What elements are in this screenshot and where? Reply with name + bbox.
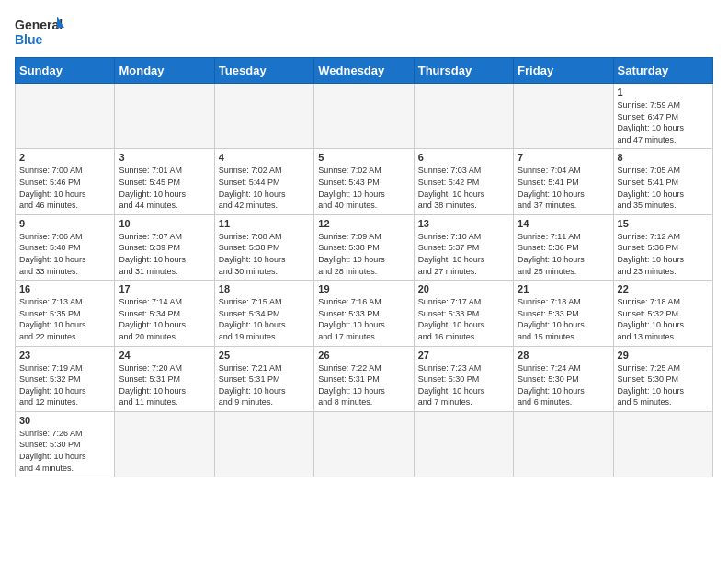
day-info: Sunrise: 7:04 AM Sunset: 5:41 PM Dayligh… — [518, 165, 609, 211]
day-info: Sunrise: 7:25 AM Sunset: 5:30 PM Dayligh… — [618, 362, 709, 408]
day-info: Sunrise: 7:21 AM Sunset: 5:31 PM Dayligh… — [219, 362, 310, 408]
weekday-header-sunday: Sunday — [16, 58, 115, 84]
day-number: 9 — [19, 218, 110, 229]
day-info: Sunrise: 7:23 AM Sunset: 5:30 PM Dayligh… — [418, 362, 509, 408]
calendar-cell: 1Sunrise: 7:59 AM Sunset: 6:47 PM Daylig… — [613, 84, 712, 149]
calendar-week-row: 30Sunrise: 7:26 AM Sunset: 5:30 PM Dayli… — [16, 411, 713, 477]
day-number: 5 — [318, 152, 409, 163]
day-info: Sunrise: 7:08 AM Sunset: 5:38 PM Dayligh… — [219, 231, 310, 277]
day-number: 26 — [318, 350, 409, 361]
day-info: Sunrise: 7:20 AM Sunset: 5:31 PM Dayligh… — [119, 362, 210, 408]
day-info: Sunrise: 7:12 AM Sunset: 5:36 PM Dayligh… — [618, 231, 709, 277]
day-number: 29 — [618, 350, 709, 361]
calendar-cell — [613, 411, 712, 477]
day-info: Sunrise: 7:15 AM Sunset: 5:34 PM Dayligh… — [219, 296, 310, 342]
calendar-cell: 12Sunrise: 7:09 AM Sunset: 5:38 PM Dayli… — [314, 214, 414, 280]
generalblue-logo-icon: GeneralBlue — [15, 15, 65, 48]
svg-text:General: General — [15, 17, 63, 32]
calendar-cell — [514, 411, 613, 477]
day-number: 20 — [418, 283, 509, 294]
day-number: 10 — [119, 218, 210, 229]
calendar-cell: 13Sunrise: 7:10 AM Sunset: 5:37 PM Dayli… — [414, 214, 513, 280]
day-number: 22 — [618, 283, 709, 294]
calendar-cell: 15Sunrise: 7:12 AM Sunset: 5:36 PM Dayli… — [613, 214, 712, 280]
day-info: Sunrise: 7:07 AM Sunset: 5:39 PM Dayligh… — [119, 231, 210, 277]
day-number: 11 — [219, 218, 310, 229]
day-info: Sunrise: 7:02 AM Sunset: 5:43 PM Dayligh… — [318, 165, 409, 211]
calendar-cell: 3Sunrise: 7:01 AM Sunset: 5:45 PM Daylig… — [115, 149, 214, 214]
day-info: Sunrise: 7:02 AM Sunset: 5:44 PM Dayligh… — [219, 165, 310, 211]
day-info: Sunrise: 7:10 AM Sunset: 5:37 PM Dayligh… — [418, 231, 509, 277]
day-number: 23 — [19, 350, 110, 361]
day-number: 6 — [418, 152, 509, 163]
day-number: 14 — [518, 218, 609, 229]
weekday-header-row: SundayMondayTuesdayWednesdayThursdayFrid… — [16, 58, 713, 84]
calendar-cell: 11Sunrise: 7:08 AM Sunset: 5:38 PM Dayli… — [214, 214, 313, 280]
calendar-cell: 28Sunrise: 7:24 AM Sunset: 5:30 PM Dayli… — [514, 346, 613, 411]
calendar-cell: 17Sunrise: 7:14 AM Sunset: 5:34 PM Dayli… — [115, 281, 214, 346]
day-info: Sunrise: 7:05 AM Sunset: 5:41 PM Dayligh… — [618, 165, 709, 211]
weekday-header-tuesday: Tuesday — [214, 58, 313, 84]
calendar-cell — [115, 411, 214, 477]
calendar-cell — [314, 84, 414, 149]
calendar-week-row: 9Sunrise: 7:06 AM Sunset: 5:40 PM Daylig… — [16, 214, 713, 280]
calendar-cell: 25Sunrise: 7:21 AM Sunset: 5:31 PM Dayli… — [214, 346, 313, 411]
day-number: 19 — [318, 283, 409, 294]
calendar-cell: 7Sunrise: 7:04 AM Sunset: 5:41 PM Daylig… — [514, 149, 613, 214]
calendar-cell: 14Sunrise: 7:11 AM Sunset: 5:36 PM Dayli… — [514, 214, 613, 280]
calendar-cell: 18Sunrise: 7:15 AM Sunset: 5:34 PM Dayli… — [214, 281, 313, 346]
calendar-cell — [314, 411, 414, 477]
day-number: 8 — [618, 152, 709, 163]
day-info: Sunrise: 7:18 AM Sunset: 5:32 PM Dayligh… — [618, 296, 709, 342]
calendar-cell: 20Sunrise: 7:17 AM Sunset: 5:33 PM Dayli… — [414, 281, 513, 346]
svg-text:Blue: Blue — [15, 32, 43, 47]
calendar-cell: 8Sunrise: 7:05 AM Sunset: 5:41 PM Daylig… — [613, 149, 712, 214]
calendar-cell — [514, 84, 613, 149]
day-info: Sunrise: 7:22 AM Sunset: 5:31 PM Dayligh… — [318, 362, 409, 408]
day-number: 15 — [618, 218, 709, 229]
calendar-cell: 22Sunrise: 7:18 AM Sunset: 5:32 PM Dayli… — [613, 281, 712, 346]
day-number: 28 — [518, 350, 609, 361]
calendar-cell: 9Sunrise: 7:06 AM Sunset: 5:40 PM Daylig… — [16, 214, 115, 280]
day-number: 25 — [219, 350, 310, 361]
day-info: Sunrise: 7:18 AM Sunset: 5:33 PM Dayligh… — [518, 296, 609, 342]
day-number: 1 — [618, 86, 709, 98]
day-number: 30 — [19, 415, 110, 426]
calendar-cell — [414, 84, 513, 149]
calendar-cell — [414, 411, 513, 477]
calendar-cell: 27Sunrise: 7:23 AM Sunset: 5:30 PM Dayli… — [414, 346, 513, 411]
day-info: Sunrise: 7:24 AM Sunset: 5:30 PM Dayligh… — [518, 362, 609, 408]
calendar-week-row: 23Sunrise: 7:19 AM Sunset: 5:32 PM Dayli… — [16, 346, 713, 411]
day-info: Sunrise: 7:03 AM Sunset: 5:42 PM Dayligh… — [418, 165, 509, 211]
day-info: Sunrise: 7:01 AM Sunset: 5:45 PM Dayligh… — [119, 165, 210, 211]
weekday-header-saturday: Saturday — [613, 58, 712, 84]
day-number: 18 — [219, 283, 310, 294]
calendar-cell: 6Sunrise: 7:03 AM Sunset: 5:42 PM Daylig… — [414, 149, 513, 214]
day-info: Sunrise: 7:09 AM Sunset: 5:38 PM Dayligh… — [318, 231, 409, 277]
day-number: 2 — [19, 152, 110, 163]
weekday-header-monday: Monday — [115, 58, 214, 84]
calendar-cell: 16Sunrise: 7:13 AM Sunset: 5:35 PM Dayli… — [16, 281, 115, 346]
calendar-cell: 23Sunrise: 7:19 AM Sunset: 5:32 PM Dayli… — [16, 346, 115, 411]
calendar-cell: 19Sunrise: 7:16 AM Sunset: 5:33 PM Dayli… — [314, 281, 414, 346]
day-number: 12 — [318, 218, 409, 229]
day-info: Sunrise: 7:16 AM Sunset: 5:33 PM Dayligh… — [318, 296, 409, 342]
calendar-cell: 26Sunrise: 7:22 AM Sunset: 5:31 PM Dayli… — [314, 346, 414, 411]
calendar-cell: 4Sunrise: 7:02 AM Sunset: 5:44 PM Daylig… — [214, 149, 313, 214]
day-number: 24 — [119, 350, 210, 361]
day-info: Sunrise: 7:26 AM Sunset: 5:30 PM Dayligh… — [19, 428, 110, 474]
calendar-cell — [214, 411, 313, 477]
day-info: Sunrise: 7:11 AM Sunset: 5:36 PM Dayligh… — [518, 231, 609, 277]
calendar-cell: 10Sunrise: 7:07 AM Sunset: 5:39 PM Dayli… — [115, 214, 214, 280]
day-number: 17 — [119, 283, 210, 294]
day-info: Sunrise: 7:17 AM Sunset: 5:33 PM Dayligh… — [418, 296, 509, 342]
calendar-cell — [115, 84, 214, 149]
day-info: Sunrise: 7:00 AM Sunset: 5:46 PM Dayligh… — [19, 165, 110, 211]
weekday-header-friday: Friday — [514, 58, 613, 84]
calendar-cell: 30Sunrise: 7:26 AM Sunset: 5:30 PM Dayli… — [16, 411, 115, 477]
day-info: Sunrise: 7:14 AM Sunset: 5:34 PM Dayligh… — [119, 296, 210, 342]
day-number: 4 — [219, 152, 310, 163]
logo: GeneralBlue — [15, 15, 65, 48]
calendar-week-row: 1Sunrise: 7:59 AM Sunset: 6:47 PM Daylig… — [16, 84, 713, 149]
day-info: Sunrise: 7:13 AM Sunset: 5:35 PM Dayligh… — [19, 296, 110, 342]
